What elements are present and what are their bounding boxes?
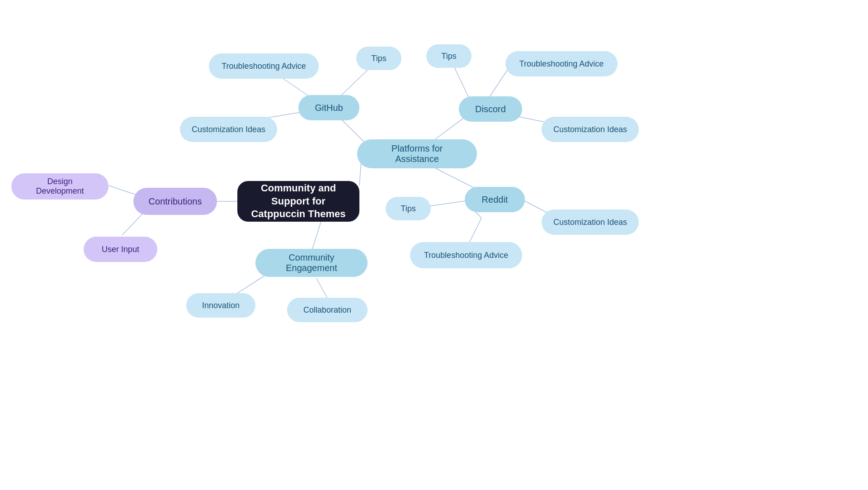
customization-discord-node: Customization Ideas <box>542 117 639 142</box>
central-node: Community and Support for Catppuccin The… <box>237 181 359 222</box>
design-development-node: Design Development <box>11 173 108 200</box>
user-input-node: User Input <box>84 237 157 262</box>
troubleshooting-discord-node: Troubleshooting Advice <box>505 51 618 76</box>
innovation-node: Innovation <box>186 293 255 318</box>
contributions-node: Contributions <box>133 188 217 215</box>
discord-node: Discord <box>459 96 522 122</box>
tips-discord-node: Tips <box>426 44 472 68</box>
customization-reddit-node: Customization Ideas <box>542 209 639 235</box>
platforms-node: Platforms for Assistance <box>357 139 477 168</box>
troubleshooting-github-node: Troubleshooting Advice <box>209 53 319 79</box>
reddit-node: Reddit <box>465 187 525 212</box>
community-engagement-node: Community Engagement <box>255 249 368 277</box>
svg-line-1 <box>108 186 136 195</box>
github-node: GitHub <box>298 95 359 120</box>
tips-github-node: Tips <box>356 47 401 70</box>
tips-reddit-node: Tips <box>386 197 431 220</box>
collaboration-node: Collaboration <box>287 298 368 322</box>
customization-github-node: Customization Ideas <box>180 117 277 142</box>
svg-line-18 <box>312 222 321 250</box>
troubleshooting-reddit-node: Troubleshooting Advice <box>410 242 522 268</box>
